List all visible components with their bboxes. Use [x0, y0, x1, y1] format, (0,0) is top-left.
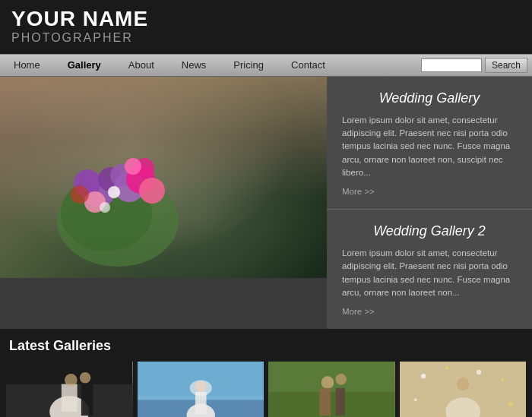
main-nav: Home Gallery About News Pricing Contact …: [0, 54, 532, 77]
nav-about[interactable]: About: [115, 54, 168, 77]
gallery-panel-1-title: Wedding Gallery: [342, 90, 517, 106]
svg-point-32: [335, 374, 347, 385]
nav-contact[interactable]: Contact: [277, 54, 339, 77]
latest-galleries-section: Latest Galleries: [0, 329, 532, 417]
svg-rect-33: [320, 388, 331, 415]
svg-point-12: [108, 186, 120, 198]
gallery-thumbs-grid: [6, 362, 526, 417]
gallery-panel-1-body: Lorem ipsum dolor sit amet, consectetur …: [342, 114, 517, 179]
svg-point-20: [65, 374, 78, 387]
svg-point-39: [476, 370, 480, 374]
latest-galleries-heading: Latest Galleries: [6, 338, 526, 354]
main-content: Wedding Gallery Lorem ipsum dolor sit am…: [0, 77, 532, 329]
svg-point-38: [445, 367, 448, 370]
gallery-panel-2-title: Wedding Gallery 2: [342, 223, 517, 239]
svg-point-21: [80, 372, 91, 384]
svg-rect-30: [268, 392, 395, 417]
thumb-1-svg: [6, 362, 133, 417]
gallery-panels: Wedding Gallery Lorem ipsum dolor sit am…: [327, 77, 532, 329]
svg-point-13: [100, 202, 110, 213]
gallery-thumb-1[interactable]: [6, 362, 133, 417]
gallery-thumb-4[interactable]: [400, 362, 527, 417]
gallery-panel-1-more[interactable]: More >>: [342, 187, 375, 196]
search-button[interactable]: Search: [485, 58, 527, 73]
nav-news[interactable]: News: [168, 54, 220, 77]
site-subtitle: PHOTOGRAPHER: [11, 31, 521, 45]
thumb-4-svg: [400, 362, 527, 417]
gallery-panel-2-more[interactable]: More >>: [342, 307, 375, 316]
svg-point-8: [139, 178, 165, 204]
svg-point-41: [413, 398, 416, 401]
svg-point-40: [501, 378, 504, 381]
svg-point-31: [321, 376, 334, 389]
search-area: Search: [421, 58, 532, 73]
svg-point-11: [125, 158, 141, 175]
svg-point-28: [189, 380, 211, 396]
nav-gallery[interactable]: Gallery: [54, 54, 115, 77]
gallery-thumb-2[interactable]: [138, 362, 264, 417]
hero-image: [0, 77, 327, 278]
gallery-panel-2: Wedding Gallery 2 Lorem ipsum dolor sit …: [327, 210, 532, 329]
gallery-thumb-3[interactable]: [268, 362, 395, 417]
svg-point-14: [71, 185, 89, 204]
nav-home[interactable]: Home: [0, 54, 54, 77]
search-input[interactable]: [421, 58, 482, 72]
gallery-panel-2-body: Lorem ipsum dolor sit amet, consectetur …: [342, 247, 517, 299]
thumb-2-svg: [138, 362, 264, 417]
nav-pricing[interactable]: Pricing: [220, 54, 277, 77]
gallery-panel-1: Wedding Gallery Lorem ipsum dolor sit am…: [327, 77, 532, 210]
svg-rect-34: [335, 388, 344, 415]
thumb-3-svg: [268, 362, 395, 417]
nav-items: Home Gallery About News Pricing Contact: [0, 54, 421, 77]
svg-rect-18: [62, 384, 78, 412]
bouquet-svg: [23, 122, 213, 274]
svg-point-42: [508, 402, 512, 406]
site-header: YOUR NAME PHOTOGRAPHER: [0, 0, 532, 54]
svg-point-37: [421, 374, 426, 378]
svg-point-44: [456, 378, 469, 390]
site-title: YOUR NAME: [11, 8, 521, 31]
svg-rect-19: [81, 384, 93, 416]
